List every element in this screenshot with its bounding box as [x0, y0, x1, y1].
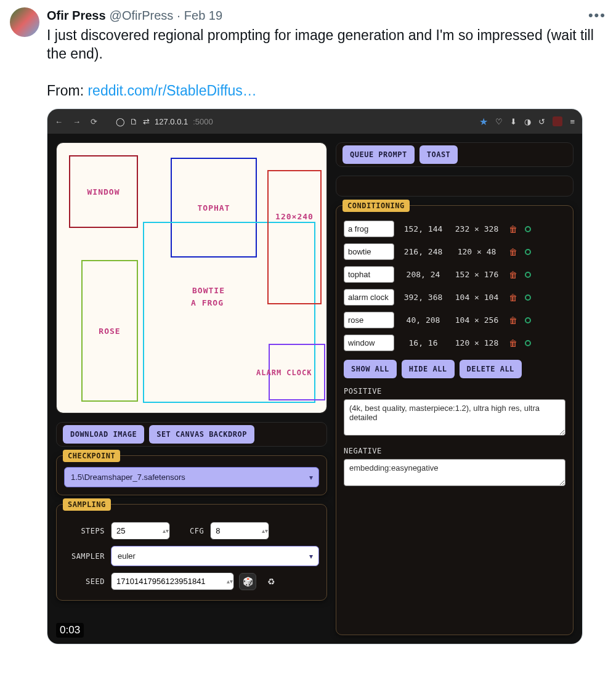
conditioning-row: 216, 248120 × 48🗑 — [344, 243, 565, 260]
visibility-toggle-icon[interactable] — [525, 272, 531, 278]
conditioning-row: 152, 144232 × 328🗑 — [344, 221, 565, 237]
trash-icon[interactable]: 🗑 — [509, 315, 517, 325]
hide-all-button[interactable]: HIDE ALL — [402, 360, 455, 378]
region-size: 120 × 128 — [452, 338, 501, 347]
app: WINDOW TOPHAT ROSE 120×240 BOWTIE A FROG… — [47, 134, 582, 644]
trash-icon[interactable]: 🗑 — [509, 270, 517, 280]
separator: · — [177, 9, 180, 23]
region-selection[interactable]: 120×240 — [267, 170, 322, 304]
sampler-select[interactable]: euler — [111, 546, 319, 566]
region-coord: 208, 24 — [402, 270, 445, 279]
toast-button[interactable]: TOAST — [419, 145, 458, 164]
ublock-icon[interactable] — [553, 116, 562, 126]
region-name-input[interactable] — [344, 289, 394, 306]
conditioning-tag: CONDITIONING — [342, 200, 410, 212]
url-bar[interactable]: ◯ 🗋 ⇄ 127.0.0.1:5000 — [116, 117, 213, 126]
region-size: 104 × 104 — [452, 293, 501, 302]
steps-label: STEPS — [64, 527, 105, 535]
tweet: Ofir Press @OfirPress · Feb 19 ••• I jus… — [0, 0, 616, 100]
set-backdrop-button[interactable]: SET CANVAS BACKDROP — [149, 425, 254, 444]
shield-icon[interactable]: ◯ — [116, 117, 125, 126]
visibility-toggle-icon[interactable] — [525, 249, 531, 255]
region-size: 120 × 48 — [452, 247, 501, 256]
avatar[interactable] — [10, 7, 39, 37]
trash-icon[interactable]: 🗑 — [509, 338, 517, 348]
label-afrog: A FROG — [191, 298, 224, 307]
tweet-date[interactable]: Feb 19 — [184, 9, 222, 23]
visibility-toggle-icon[interactable] — [525, 294, 531, 301]
canvas-panel: WINDOW TOPHAT ROSE 120×240 BOWTIE A FROG… — [56, 142, 327, 413]
dice-icon[interactable]: 🎲 — [239, 573, 256, 590]
progress-bar — [336, 176, 573, 197]
negative-textarea[interactable] — [344, 459, 565, 486]
addon-icon[interactable]: ◑ — [524, 117, 531, 126]
conditioning-row: 40, 208104 × 256🗑 — [344, 312, 565, 328]
conditioning-row: 208, 24152 × 176🗑 — [344, 266, 565, 283]
conditioning-row: 16, 16120 × 128🗑 — [344, 335, 565, 351]
label-alarm: ALARM CLOCK — [256, 368, 312, 377]
region-name-input[interactable] — [344, 221, 394, 237]
show-all-button[interactable]: SHOW ALL — [344, 360, 397, 378]
author-name[interactable]: Ofir Press — [47, 9, 106, 23]
more-icon[interactable]: ••• — [588, 7, 606, 23]
trash-icon[interactable]: 🗑 — [509, 293, 517, 302]
sampler-label: SAMPLER — [64, 552, 105, 561]
topbar: QUEUE PROMPT TOAST — [336, 142, 573, 167]
positive-textarea[interactable] — [344, 399, 565, 436]
region-window[interactable]: WINDOW — [69, 155, 138, 228]
checkpoint-tag: CHECKPOINT — [63, 450, 120, 462]
region-name-input[interactable] — [344, 335, 394, 351]
positive-label: POSITIVE — [344, 387, 565, 396]
region-coord: 16, 16 — [402, 338, 445, 347]
conditioning-table: 152, 144232 × 328🗑216, 248120 × 48🗑208, … — [344, 221, 565, 351]
bookmark-icon[interactable]: ★ — [479, 116, 488, 128]
cfg-input[interactable] — [210, 522, 269, 540]
download-icon[interactable]: ⬇ — [510, 117, 517, 126]
tweet-link[interactable]: reddit.com/r/StableDiffus… — [87, 83, 256, 99]
back-icon[interactable]: ← — [55, 117, 63, 126]
seed-label: SEED — [64, 577, 105, 586]
region-coord: 40, 208 — [402, 315, 445, 325]
page-icon: 🗋 — [130, 117, 138, 126]
tweet-text: I just discovered regional prompting for… — [47, 26, 606, 100]
region-coord: 392, 368 — [402, 293, 445, 302]
seed-input[interactable] — [111, 572, 234, 590]
queue-prompt-button[interactable]: QUEUE PROMPT — [342, 145, 415, 164]
region-rose[interactable]: ROSE — [81, 260, 138, 402]
download-image-button[interactable]: DOWNLOAD IMAGE — [63, 425, 144, 444]
recycle-icon[interactable]: ♻ — [262, 573, 280, 590]
delete-all-button[interactable]: DELETE ALL — [460, 360, 522, 378]
forward-icon[interactable]: → — [73, 117, 81, 126]
label-bowtie: BOWTIE — [192, 286, 225, 295]
video-embed[interactable]: ← → ⟳ ◯ 🗋 ⇄ 127.0.0.1:5000 ★ ♡ ⬇ ◑ ↺ ≡ W… — [47, 108, 583, 644]
visibility-toggle-icon[interactable] — [525, 226, 531, 232]
pocket-icon[interactable]: ♡ — [495, 117, 503, 126]
region-canvas[interactable]: WINDOW TOPHAT ROSE 120×240 BOWTIE A FROG… — [57, 143, 326, 413]
steps-input[interactable] — [111, 522, 170, 540]
menu-icon[interactable]: ≡ — [570, 117, 575, 126]
trash-icon[interactable]: 🗑 — [509, 224, 517, 234]
url-host: 127.0.0.1 — [155, 117, 188, 126]
conditioning-panel: CONDITIONING 152, 144232 × 328🗑216, 2481… — [336, 205, 573, 635]
tweet-line1: I just discovered regional prompting for… — [47, 27, 594, 62]
checkpoint-select[interactable]: 1.5\Dreamshaper_7.safetensors — [64, 467, 319, 487]
history-icon[interactable]: ↺ — [538, 117, 545, 126]
author-handle[interactable]: @OfirPress — [110, 9, 174, 23]
region-name-input[interactable] — [344, 312, 394, 328]
sampling-panel: SAMPLING STEPS ▴▾ CFG ▴▾ SAMPLER euler — [56, 504, 327, 601]
tweet-from: From: — [47, 83, 87, 99]
negative-label: NEGATIVE — [344, 447, 565, 455]
reload-icon[interactable]: ⟳ — [91, 117, 97, 126]
trash-icon[interactable]: 🗑 — [509, 247, 517, 257]
visibility-toggle-icon[interactable] — [525, 340, 531, 346]
permission-icon[interactable]: ⇄ — [143, 117, 150, 126]
region-coord: 152, 144 — [402, 224, 445, 233]
conditioning-row: 392, 368104 × 104🗑 — [344, 289, 565, 306]
canvas-actions: DOWNLOAD IMAGE SET CANVAS BACKDROP — [56, 422, 327, 447]
region-size: 232 × 328 — [452, 224, 501, 233]
region-size: 152 × 176 — [452, 270, 501, 279]
visibility-toggle-icon[interactable] — [525, 317, 531, 323]
region-name-input[interactable] — [344, 266, 394, 283]
video-timecode: 0:03 — [56, 623, 84, 638]
region-name-input[interactable] — [344, 243, 394, 260]
